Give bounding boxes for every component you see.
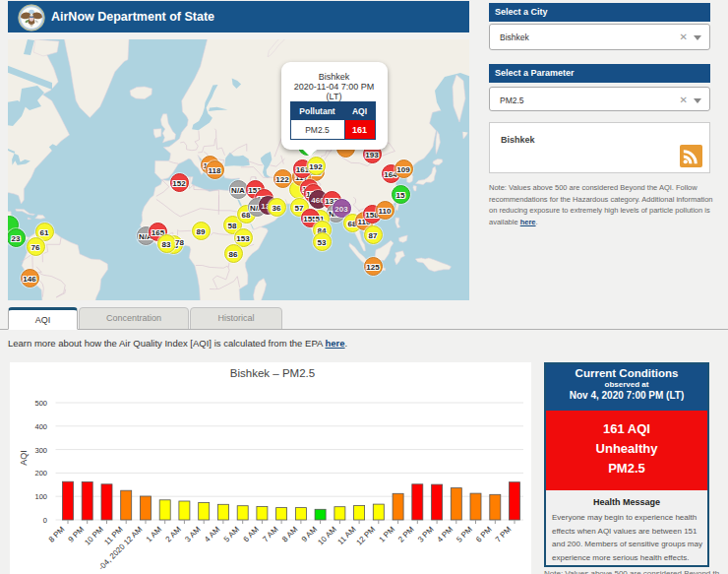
svg-text:12 PM: 12 PM [354,525,377,547]
svg-text:1 AM: 1 AM [145,525,163,543]
svg-text:7 PM: 7 PM [494,525,514,544]
svg-text:10 AM: 10 AM [316,525,338,547]
svg-text:200: 200 [34,469,47,478]
svg-text:11 AM: 11 AM [336,525,358,546]
svg-text:0: 0 [43,516,47,525]
svg-text:1 PM: 1 PM [377,525,396,544]
svg-text:AQI: AQI [19,450,29,466]
svg-text:4 AM: 4 AM [203,525,221,543]
svg-text:7 AM: 7 AM [261,525,279,543]
svg-text:300: 300 [34,446,47,455]
svg-text:8 PM: 8 PM [47,525,67,544]
svg-text:4 PM: 4 PM [436,525,455,544]
svg-text:400: 400 [34,422,47,431]
svg-text:3 PM: 3 PM [416,525,436,544]
svg-text:6 PM: 6 PM [474,525,494,544]
svg-text:2 PM: 2 PM [396,525,416,544]
svg-text:6 AM: 6 AM [242,525,261,543]
svg-text:Bishkek – PM2.5: Bishkek – PM2.5 [230,367,315,379]
svg-text:3 AM: 3 AM [183,525,202,543]
svg-text:500: 500 [34,399,47,408]
svg-text:10 PM: 10 PM [83,525,105,547]
svg-text:5 AM: 5 AM [222,525,241,543]
svg-text:100: 100 [34,492,47,501]
svg-text:2 AM: 2 AM [164,525,183,543]
svg-text:8 AM: 8 AM [280,525,299,543]
svg-text:5 PM: 5 PM [455,525,474,544]
